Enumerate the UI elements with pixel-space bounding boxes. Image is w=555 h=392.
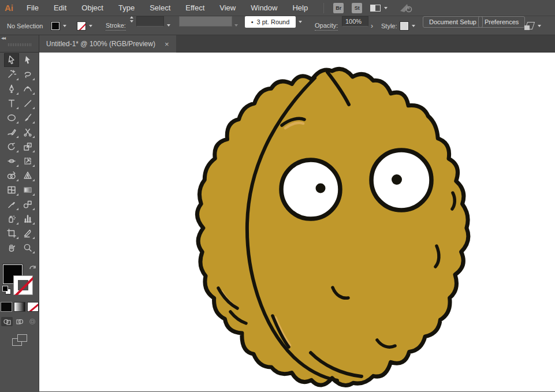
- shaper-tool[interactable]: [4, 125, 19, 139]
- left-pupil: [316, 184, 326, 193]
- free-transform-tool[interactable]: [20, 154, 35, 168]
- collapse-panel-icon[interactable]: ◀◀: [1, 36, 5, 40]
- paintbrush-tool[interactable]: [20, 111, 35, 125]
- scale-tool[interactable]: [20, 140, 35, 154]
- menu-edit[interactable]: Edit: [46, 0, 74, 16]
- menu-object[interactable]: Object: [74, 0, 111, 16]
- pen-tool[interactable]: [4, 82, 19, 96]
- document-setup-button[interactable]: Document Setup: [423, 16, 483, 28]
- stroke-color-control[interactable]: [13, 275, 33, 295]
- menu-file[interactable]: File: [19, 0, 46, 16]
- symbol-sprayer-tool[interactable]: [4, 212, 19, 226]
- arrange-documents-button[interactable]: [370, 5, 388, 12]
- chevron-down-icon: [299, 21, 302, 23]
- wall-nut-body: [197, 69, 468, 385]
- menu-view[interactable]: View: [212, 0, 243, 16]
- scissors-tool[interactable]: [20, 125, 35, 139]
- menu-type[interactable]: Type: [111, 0, 142, 16]
- brush-definition-dropdown[interactable]: • 3 pt. Round: [245, 16, 296, 28]
- magic-wand-tool[interactable]: [4, 68, 19, 81]
- rotate-tool[interactable]: [4, 140, 19, 154]
- brush-definition-value: 3 pt. Round: [256, 18, 289, 25]
- blend-tool[interactable]: [20, 197, 35, 211]
- chevron-down-icon[interactable]: [167, 24, 170, 43]
- gpu-performance-icon: [399, 3, 414, 13]
- right-pupil: [392, 174, 402, 185]
- none-mode-button[interactable]: [28, 303, 38, 311]
- line-segment-tool[interactable]: [20, 96, 35, 110]
- type-tool[interactable]: [4, 96, 19, 110]
- panel-drag-handle[interactable]: [8, 43, 31, 46]
- chevron-down-icon: [234, 24, 238, 43]
- menu-window[interactable]: Window: [243, 0, 285, 16]
- stroke-label[interactable]: Stroke:: [106, 21, 126, 31]
- wall-nut-artwork: [39, 53, 555, 392]
- style-swatch[interactable]: [400, 21, 409, 31]
- eyedropper-tool[interactable]: [4, 197, 19, 211]
- mesh-tool[interactable]: [4, 183, 19, 197]
- tools-panel: [0, 53, 39, 391]
- menu-bar: Ai File Edit Object Type Select Effect V…: [0, 0, 555, 16]
- draw-behind-button[interactable]: [14, 317, 25, 326]
- toolbar-header: ◀◀: [0, 35, 39, 52]
- chevron-down-icon[interactable]: [538, 25, 541, 27]
- chevron-down-icon[interactable]: [412, 25, 415, 27]
- chevron-down-icon[interactable]: [89, 25, 92, 27]
- draw-normal-button[interactable]: [1, 317, 13, 326]
- swap-fill-stroke-icon[interactable]: [28, 263, 38, 271]
- artboard-canvas[interactable]: [39, 53, 555, 391]
- zoom-tool[interactable]: [20, 241, 35, 255]
- column-graph-tool[interactable]: [20, 212, 35, 226]
- artboard-tool[interactable]: [4, 226, 19, 240]
- paint-mode-buttons: [1, 303, 38, 311]
- document-tab[interactable]: Untitled-1* @ 100% (RGB/Preview) ×: [39, 35, 176, 53]
- hand-tool[interactable]: [4, 241, 19, 255]
- align-options-icon[interactable]: [524, 21, 535, 31]
- curvature-tool[interactable]: [20, 82, 35, 96]
- gradient-tool[interactable]: [20, 183, 35, 197]
- opacity-label[interactable]: Opacity:: [315, 21, 338, 31]
- stroke-color-swatch[interactable]: [77, 21, 86, 31]
- draw-inside-button: [27, 317, 38, 326]
- lasso-tool[interactable]: [20, 68, 35, 81]
- selection-tool[interactable]: [4, 53, 19, 67]
- shape-builder-tool[interactable]: [4, 169, 19, 182]
- brush-dropdown-button[interactable]: [296, 16, 305, 28]
- fill-color-swatch[interactable]: [51, 21, 60, 31]
- width-profile-dropdown: [179, 16, 232, 27]
- opacity-field[interactable]: 100%: [342, 16, 368, 27]
- stock-button[interactable]: St: [352, 3, 362, 13]
- preferences-button[interactable]: Preferences: [478, 16, 525, 28]
- width-tool[interactable]: [4, 154, 19, 168]
- gradient-mode-button[interactable]: [14, 303, 25, 311]
- menu-help[interactable]: Help: [285, 0, 315, 16]
- opacity-expand-arrow[interactable]: ›: [371, 16, 373, 35]
- stroke-weight-field[interactable]: [136, 16, 164, 27]
- brush-dot-icon: •: [251, 18, 254, 25]
- perspective-grid-tool[interactable]: [20, 169, 35, 182]
- document-tab-title: Untitled-1* @ 100% (RGB/Preview): [46, 40, 155, 48]
- menu-effect[interactable]: Effect: [178, 0, 212, 16]
- stroke-weight-stepper[interactable]: [130, 16, 133, 35]
- direct-selection-tool[interactable]: [20, 53, 35, 67]
- bridge-button[interactable]: Br: [333, 3, 344, 13]
- menu-separator: [323, 3, 324, 13]
- style-label: Style:: [381, 16, 397, 35]
- default-fill-stroke-icon[interactable]: [3, 286, 10, 294]
- slice-tool[interactable]: [20, 226, 35, 240]
- chevron-down-icon[interactable]: [63, 25, 66, 27]
- document-tab-bar: ◀◀ Untitled-1* @ 100% (RGB/Preview) ×: [0, 35, 555, 53]
- left-eye: [281, 160, 340, 219]
- drawing-mode-buttons: [1, 317, 38, 326]
- change-screen-mode-button[interactable]: [12, 334, 27, 346]
- color-mode-button[interactable]: [1, 303, 12, 311]
- chevron-down-icon: [384, 7, 388, 9]
- selection-status: No Selection: [7, 16, 43, 35]
- fill-stroke-control: [3, 263, 36, 298]
- ellipse-tool[interactable]: [4, 111, 19, 125]
- illustrator-logo: Ai: [0, 3, 19, 13]
- menu-select[interactable]: Select: [142, 0, 178, 16]
- control-bar: No Selection Stroke: • 3 pt. Round Opaci…: [0, 16, 555, 35]
- arrange-documents-icon: [370, 5, 381, 12]
